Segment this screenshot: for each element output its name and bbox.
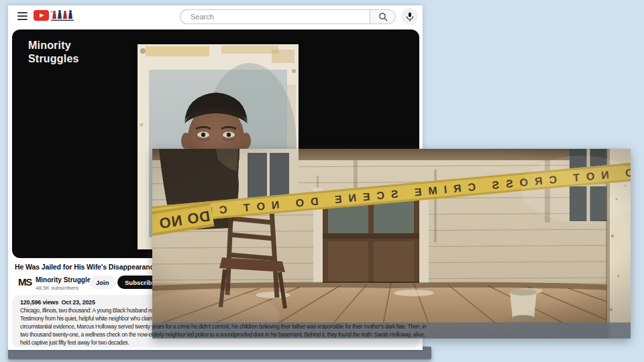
- voice-search-button[interactable]: [401, 8, 418, 25]
- description-line: Chicago, Illinois, two thousand: A young…: [20, 306, 159, 314]
- description-line: Testimony from his quiet, helpful white …: [20, 314, 156, 322]
- search-icon: [378, 12, 388, 21]
- hamburger-menu-icon[interactable]: [17, 12, 28, 20]
- player-overlay-title: Minority Struggles: [28, 39, 79, 66]
- views-and-date: 120,596 views Oct 23, 2025: [20, 298, 95, 306]
- desktop: Minority Struggles: [0, 0, 644, 362]
- search-field-container: [180, 9, 370, 24]
- crime-scene-photo: DO NOT CROSS CRIME SCENE DO NOT CROSS DO…: [152, 149, 631, 339]
- search-bar: [180, 9, 396, 24]
- channel-avatar[interactable]: MS: [18, 276, 32, 288]
- youtube-logo[interactable]: [34, 9, 78, 21]
- youtube-play-icon: [34, 10, 49, 21]
- description-line: held captive just fifty feet away for tw…: [20, 339, 129, 347]
- people-figures-logo-icon: [51, 9, 78, 21]
- channel-name[interactable]: Minority Struggles: [36, 276, 95, 284]
- search-button[interactable]: [370, 9, 396, 24]
- description-line: circumstantial evidence, Marcus Holloway…: [20, 322, 426, 330]
- youtube-header: [8, 5, 423, 27]
- join-button[interactable]: Join: [89, 276, 116, 289]
- subscriber-count: 48.5K subscribers: [36, 285, 78, 291]
- description-line: two thousand twenty-one, a wellness chec…: [20, 330, 425, 339]
- search-input[interactable]: [189, 12, 354, 21]
- microphone-icon: [406, 12, 414, 21]
